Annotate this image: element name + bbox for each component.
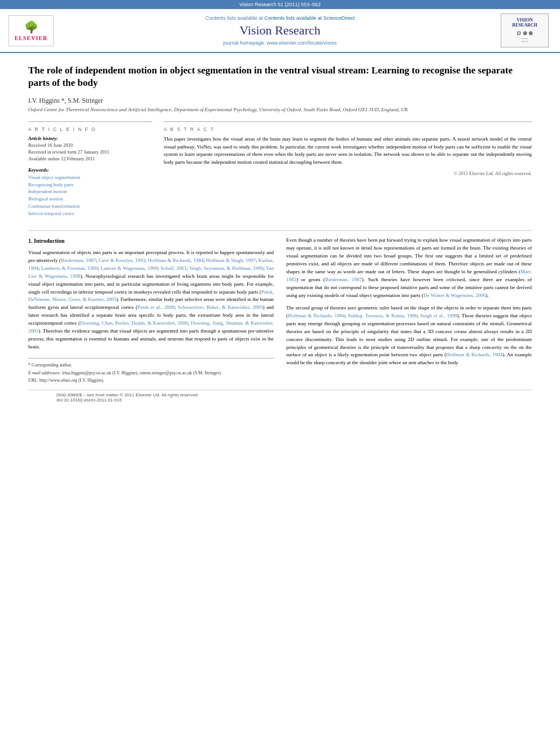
article-info: A R T I C L E I N F O Article history: R… (28, 121, 152, 221)
abstract-text: This paper investigates how the visual a… (164, 136, 532, 166)
ref-hoffman-richards2[interactable]: Hoffman & Richards, 1984 (288, 313, 344, 318)
issn-text: 0042-6989/$ – see front matter © 2011 El… (56, 392, 199, 397)
abstract-label: A B S T R A C T (164, 126, 532, 132)
vr-logo-decoration: ⊙ ⊕ ⊗ (517, 30, 533, 36)
keyword-6: Inferior temporal cortex (28, 210, 152, 217)
elsevier-name: ELSEVIER (15, 35, 48, 41)
ref-pinsk2009[interactable]: Pinsk et al., 2009 (137, 304, 174, 310)
elsevier-logo: 🌳 ELSEVIER (8, 15, 59, 46)
ref-hoffman-singh[interactable]: Hoffman & Singh, 1997 (206, 257, 256, 263)
journal-title: Vision Research (65, 23, 495, 38)
keywords-label: Keywords: (28, 167, 152, 173)
info-abstract-row: A R T I C L E I N F O Article history: R… (28, 121, 532, 221)
email-label: E-mail addresses: (28, 370, 61, 375)
keyword-3: Independent motion (28, 188, 152, 195)
ref-downing2006[interactable]: Downing, Chan, Peelen, Dodds, & Kanwishe… (80, 320, 188, 326)
url-label: URL: (28, 378, 38, 383)
keyword-1: Visual object segmentation (28, 174, 152, 181)
footnote-star: * Corresponding author. (28, 362, 274, 369)
journal-homepage: journal homepage: www.elsevier.com/locat… (65, 40, 495, 46)
ref-hoffman-richards[interactable]: Hoffman & Richards, 1984 (148, 257, 204, 263)
ref-biederman87b[interactable]: Biederman, 1987 (325, 277, 362, 282)
top-bar: Vision Research 51 (2011) 553–562 (0, 0, 560, 9)
journal-header: 🌳 ELSEVIER Contents lists available at C… (0, 9, 560, 53)
available-date: Available online 12 February 2011 (28, 156, 152, 163)
body-col-right: Even though a number of theories have be… (286, 237, 532, 384)
section-divider (28, 230, 532, 231)
paper-title: The role of independent motion in object… (28, 64, 532, 89)
revised-date: Received in revised form 27 January 2011 (28, 149, 152, 156)
ref-marr[interactable]: Marr, 1982 (286, 269, 532, 282)
ref-singh99[interactable]: Singh et al., 1999 (420, 313, 457, 318)
intro-col2-p2: The second group of theories uses geomet… (286, 304, 532, 368)
ref-singh[interactable]: Singh, Seyranian, & Hoffman, 1999 (189, 265, 263, 271)
footnote-area: * Corresponding author. E-mail addresses… (28, 358, 274, 384)
ref-scholl[interactable]: Scholl, 2001 (160, 265, 186, 271)
intro-col2-p1: Even though a number of theories have be… (286, 237, 532, 300)
history-label: Article history: (28, 136, 152, 141)
email-stringer[interactable]: simon.stringer@psy.ox.ac.uk (139, 370, 192, 375)
url-link[interactable]: http://www.ofnai.org (40, 378, 77, 383)
affiliation: Oxford Centre for Theoretical Neuroscien… (28, 107, 532, 112)
footnote-url: URL: http://www.ofnai.org (I.V. Higgins)… (28, 377, 274, 384)
article-info-label: A R T I C L E I N F O (28, 126, 152, 132)
ref-schwarzlose[interactable]: Schwarzlose, Baker, & Kanwisher, 2005 (178, 304, 263, 310)
ref-hoffman-richards3[interactable]: Hoffman & Richards, 1984 (446, 352, 502, 357)
body-two-col: 1. Introduction Visual segmentation of o… (28, 237, 532, 384)
ref-cave-kosslyn[interactable]: Cave & Kosslyn, 1993 (99, 257, 145, 263)
ref-lamote[interactable]: Lamote & Wagemans, 1999 (100, 265, 158, 271)
ref-pinsk2005[interactable]: Pinsk, DeSi­mone, Moore, Gross, & Kastne… (28, 289, 274, 303)
keyword-2: Recognising body parts (28, 181, 152, 189)
paper-container: The role of independent motion in object… (0, 53, 560, 416)
ref-lamberts[interactable]: Lamberts & Freeman, 1999 (41, 265, 98, 271)
keyword-5: Continuous transformation (28, 203, 152, 210)
abstract-section: A B S T R A C T This paper investigates … (164, 121, 532, 221)
email-higgins[interactable]: irina.higgins@psy.ox.ac.uk (62, 370, 111, 375)
intro-heading: 1. Introduction (28, 237, 274, 246)
article-history: Article history: Received 16 June 2010 R… (28, 136, 152, 163)
intro-col1-p1: Visual segmentation of objects into part… (28, 249, 274, 351)
sciencedirect-link[interactable]: Contents lists available at ScienceDirec… (264, 15, 355, 21)
journal-center: Contents lists available at Contents lis… (65, 15, 495, 46)
vr-logo-grid: ▪ ▪ ▪ ▪▪ ▪ ▪ ▪ (522, 37, 528, 43)
authors: I.V. Higgins *, S.M. Stringer (28, 97, 532, 104)
journal-citation: Vision Research 51 (2011) 553–562 (239, 2, 321, 7)
keywords-group: Keywords: Visual object segmentation Rec… (28, 167, 152, 217)
received-date: Received 16 June 2010 (28, 142, 152, 149)
body-col-left: 1. Introduction Visual segmentation of o… (28, 237, 274, 384)
copyright: © 2011 Elsevier Ltd. All rights reserved… (164, 171, 532, 176)
sciencedirect-label[interactable]: Contents lists available at Contents lis… (65, 15, 495, 21)
author-names: I.V. Higgins *, S.M. Stringer (28, 97, 103, 104)
bottom-bar: 0042-6989/$ – see front matter © 2011 El… (28, 390, 532, 405)
tree-icon: 🌳 (24, 20, 38, 34)
keyword-4: Biological motion (28, 195, 152, 203)
vision-research-logo: VISIONRESEARCH ⊙ ⊕ ⊗ ▪ ▪ ▪ ▪▪ ▪ ▪ ▪ (501, 14, 552, 47)
ref-biederman87[interactable]: Biederman, 1987 (61, 257, 96, 263)
footnote-email: E-mail addresses: irina.higgins@psy.ox.a… (28, 370, 274, 377)
vr-logo-title: VISIONRESEARCH (512, 18, 537, 28)
doi-text: doi:10.1016/j.visres.2011.01.016 (56, 397, 122, 403)
ref-dewinter[interactable]: De Winter & Wagemans, 2006 (423, 292, 485, 298)
ref-siddiqi[interactable]: Siddiqi, Tresness, & Kimia, 1996 (348, 313, 417, 318)
